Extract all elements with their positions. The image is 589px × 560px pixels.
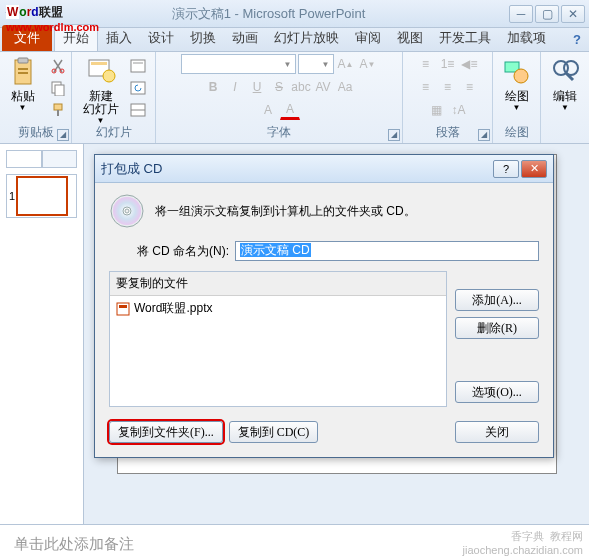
thumbnail-panel: 1 bbox=[0, 144, 84, 524]
text-direction-button[interactable]: ↕A bbox=[449, 100, 469, 120]
paste-button[interactable]: 粘贴 ▼ bbox=[3, 54, 43, 114]
copy-icon bbox=[50, 80, 66, 96]
ribbon-content: 粘贴 ▼ 剪贴板◢ 新建 幻灯片 ▼ 幻灯片 bbox=[0, 52, 589, 144]
file-item[interactable]: Word联盟.pptx bbox=[116, 300, 440, 317]
tab-transitions[interactable]: 切换 bbox=[182, 25, 224, 51]
pptx-icon bbox=[116, 302, 130, 316]
svg-rect-15 bbox=[131, 82, 145, 94]
svg-rect-27 bbox=[117, 303, 129, 315]
add-button[interactable]: 添加(A)... bbox=[455, 289, 539, 311]
tab-developer[interactable]: 开发工具 bbox=[431, 25, 499, 51]
notes-pane[interactable]: 单击此处添加备注 bbox=[0, 524, 589, 560]
options-button[interactable]: 选项(O)... bbox=[455, 381, 539, 403]
bold-button[interactable]: B bbox=[203, 77, 223, 97]
font-size-select[interactable]: ▼ bbox=[298, 54, 334, 74]
grow-font-button[interactable]: A▲ bbox=[336, 54, 356, 74]
cut-button[interactable] bbox=[47, 56, 69, 76]
bullets-button[interactable]: ≡ bbox=[416, 54, 436, 74]
svg-rect-8 bbox=[54, 104, 62, 110]
remove-button[interactable]: 删除(R) bbox=[455, 317, 539, 339]
paragraph-group-label: 段落 bbox=[436, 125, 460, 139]
tab-slideshow[interactable]: 幻灯片放映 bbox=[266, 25, 347, 51]
svg-rect-11 bbox=[91, 62, 107, 65]
layout-button[interactable] bbox=[127, 56, 149, 76]
char-spacing-button[interactable]: AV bbox=[313, 77, 333, 97]
cd-icon bbox=[109, 193, 145, 229]
shrink-font-button[interactable]: A▼ bbox=[358, 54, 378, 74]
editing-button[interactable]: 编辑 ▼ bbox=[545, 54, 585, 114]
indent-dec-button[interactable]: ◀≡ bbox=[460, 54, 480, 74]
dialog-titlebar[interactable]: 打包成 CD ? ✕ bbox=[95, 155, 553, 183]
svg-rect-9 bbox=[57, 110, 59, 116]
ribbon-help-icon[interactable]: ? bbox=[565, 28, 589, 51]
format-painter-button[interactable] bbox=[47, 100, 69, 120]
new-slide-button[interactable]: 新建 幻灯片 ▼ bbox=[79, 54, 123, 127]
tab-addins[interactable]: 加载项 bbox=[499, 25, 554, 51]
drawing-button[interactable]: 绘图 ▼ bbox=[497, 54, 537, 114]
cd-name-label: 将 CD 命名为(N): bbox=[137, 243, 229, 260]
tab-animations[interactable]: 动画 bbox=[224, 25, 266, 51]
close-button[interactable]: ✕ bbox=[561, 5, 585, 23]
thumb-number: 1 bbox=[9, 190, 15, 202]
file-name: Word联盟.pptx bbox=[134, 300, 212, 317]
outline-tab[interactable] bbox=[42, 150, 78, 168]
cut-icon bbox=[50, 58, 66, 74]
new-slide-icon bbox=[85, 56, 117, 88]
dialog-description: 将一组演示文稿复制到计算机上的文件夹或 CD。 bbox=[155, 203, 416, 220]
tab-insert[interactable]: 插入 bbox=[98, 25, 140, 51]
svg-rect-3 bbox=[18, 72, 28, 74]
clipboard-dialog-launcher[interactable]: ◢ bbox=[57, 129, 69, 141]
change-case-button[interactable]: Aa bbox=[335, 77, 355, 97]
align-left-button[interactable]: ≡ bbox=[416, 77, 436, 97]
font-group-label: 字体 bbox=[267, 125, 291, 139]
italic-button[interactable]: I bbox=[225, 77, 245, 97]
wordlm-logo: Word联盟 www.wordlm.com bbox=[6, 2, 99, 33]
copy-to-folder-button[interactable]: 复制到文件夹(F)... bbox=[109, 421, 223, 443]
paragraph-dialog-launcher[interactable]: ◢ bbox=[478, 129, 490, 141]
copy-button[interactable] bbox=[47, 78, 69, 98]
font-name-select[interactable]: ▼ bbox=[181, 54, 296, 74]
font-color-button[interactable]: A bbox=[280, 100, 300, 120]
paste-icon bbox=[7, 56, 39, 88]
numbering-button[interactable]: 1≡ bbox=[438, 54, 458, 74]
maximize-button[interactable]: ▢ bbox=[535, 5, 559, 23]
slides-tab[interactable] bbox=[6, 150, 42, 168]
app-title: 演示文稿1 - Microsoft PowerPoint bbox=[28, 5, 509, 23]
tab-review[interactable]: 审阅 bbox=[347, 25, 389, 51]
underline-button[interactable]: U bbox=[247, 77, 267, 97]
align-right-button[interactable]: ≡ bbox=[460, 77, 480, 97]
close-dialog-button[interactable]: 关闭 bbox=[455, 421, 539, 443]
columns-button[interactable]: ▦ bbox=[427, 100, 447, 120]
reset-button[interactable] bbox=[127, 78, 149, 98]
svg-rect-28 bbox=[119, 305, 127, 308]
package-cd-dialog: 打包成 CD ? ✕ 将一组演示文稿复制到计算机上的文件夹或 CD。 将 CD … bbox=[94, 154, 554, 458]
svg-point-12 bbox=[103, 70, 115, 82]
reset-icon bbox=[130, 81, 146, 95]
align-center-button[interactable]: ≡ bbox=[438, 77, 458, 97]
layout-icon bbox=[130, 59, 146, 73]
svg-rect-14 bbox=[133, 62, 143, 64]
copy-to-cd-button[interactable]: 复制到 CD(C) bbox=[229, 421, 319, 443]
section-button[interactable] bbox=[127, 100, 149, 120]
clear-format-button[interactable]: A bbox=[258, 100, 278, 120]
svg-rect-1 bbox=[18, 58, 28, 63]
tab-design[interactable]: 设计 bbox=[140, 25, 182, 51]
files-listbox[interactable]: 要复制的文件 Word联盟.pptx bbox=[109, 271, 447, 407]
shapes-icon bbox=[501, 56, 533, 88]
dialog-help-button[interactable]: ? bbox=[493, 160, 519, 178]
files-header: 要复制的文件 bbox=[110, 272, 446, 296]
svg-point-19 bbox=[514, 69, 528, 83]
strike-button[interactable]: S bbox=[269, 77, 289, 97]
svg-point-26 bbox=[125, 209, 129, 213]
dialog-title: 打包成 CD bbox=[101, 160, 493, 178]
dialog-close-button[interactable]: ✕ bbox=[521, 160, 547, 178]
drawing-group-label: 绘图 bbox=[505, 125, 529, 139]
minimize-button[interactable]: ─ bbox=[509, 5, 533, 23]
find-icon bbox=[549, 56, 581, 88]
svg-rect-2 bbox=[18, 68, 28, 70]
font-dialog-launcher[interactable]: ◢ bbox=[388, 129, 400, 141]
tab-view[interactable]: 视图 bbox=[389, 25, 431, 51]
slide-thumbnail[interactable]: 1 bbox=[6, 174, 77, 218]
cd-name-input[interactable]: 演示文稿 CD bbox=[235, 241, 539, 261]
shadow-button[interactable]: abc bbox=[291, 77, 311, 97]
